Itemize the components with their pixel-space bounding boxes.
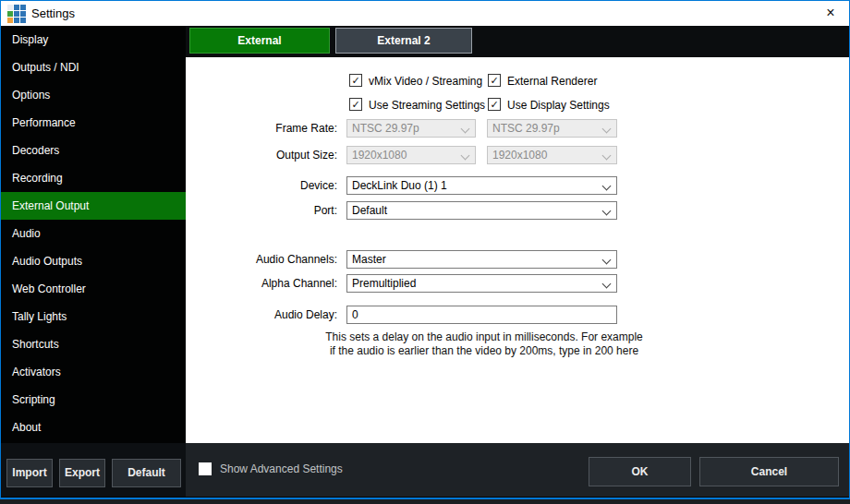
- alpha-channel-select[interactable]: Premultiplied: [346, 274, 617, 293]
- audio-delay-label: Audio Delay:: [186, 306, 337, 324]
- ok-button[interactable]: OK: [589, 457, 691, 486]
- chevron-down-icon: [602, 256, 612, 265]
- sidebar-item-performance[interactable]: Performance: [1, 109, 186, 137]
- settings-window: Settings × Display Outputs / NDI Options…: [0, 0, 850, 499]
- frame-rate-label: Frame Rate:: [186, 119, 337, 138]
- vmix-video-streaming-checkbox[interactable]: ✓: [349, 74, 362, 87]
- port-label: Port:: [186, 201, 337, 220]
- sidebar-item-about[interactable]: About: [1, 414, 186, 441]
- device-label: Device:: [186, 176, 337, 195]
- chevron-down-icon: [602, 151, 612, 161]
- chevron-down-icon: [602, 125, 612, 134]
- use-display-settings-checkbox[interactable]: ✓: [488, 98, 501, 111]
- sidebar-item-recording[interactable]: Recording: [1, 164, 186, 192]
- vmix-video-streaming-label: vMix Video / Streaming: [369, 75, 482, 88]
- chevron-down-icon: [602, 280, 612, 289]
- sidebar-item-activators[interactable]: Activators: [1, 358, 186, 386]
- use-streaming-settings-checkbox[interactable]: ✓: [349, 98, 362, 111]
- chevron-down-icon: [461, 151, 470, 161]
- audio-channels-select[interactable]: Master: [346, 250, 617, 269]
- output-size-select-1[interactable]: 1920x1080: [346, 146, 476, 164]
- audio-channels-value: Master: [352, 253, 386, 266]
- tab-external[interactable]: External: [189, 28, 330, 54]
- sidebar-item-tally-lights[interactable]: Tally Lights: [1, 303, 186, 330]
- alpha-channel-value: Premultiplied: [352, 277, 416, 290]
- sidebar-item-display[interactable]: Display: [1, 26, 186, 54]
- title-bar: Settings ×: [1, 1, 849, 26]
- use-streaming-settings-label: Use Streaming Settings: [369, 99, 485, 112]
- frame-rate-select-1[interactable]: NTSC 29.97p: [346, 119, 476, 138]
- frame-rate-select-2[interactable]: NTSC 29.97p: [487, 119, 617, 138]
- sidebar-item-decoders[interactable]: Decoders: [1, 137, 186, 164]
- chevron-down-icon: [602, 182, 612, 191]
- device-select[interactable]: DeckLink Duo (1) 1: [346, 176, 617, 195]
- sidebar-item-audio[interactable]: Audio: [1, 220, 186, 247]
- tab-strip: External External 2: [186, 26, 849, 57]
- show-advanced-settings-label: Show Advanced Settings: [220, 462, 343, 475]
- port-select[interactable]: Default: [346, 201, 617, 220]
- frame-rate-value-2: NTSC 29.97p: [492, 122, 560, 135]
- chevron-down-icon: [602, 207, 612, 216]
- alpha-channel-label: Alpha Channel:: [186, 274, 337, 293]
- external-renderer-label: External Renderer: [507, 75, 597, 88]
- port-value: Default: [352, 204, 387, 217]
- output-size-label: Output Size:: [186, 146, 337, 164]
- sidebar-item-shortcuts[interactable]: Shortcuts: [1, 330, 186, 358]
- sidebar-item-audio-outputs[interactable]: Audio Outputs: [1, 247, 186, 275]
- audio-delay-help-text: This sets a delay on the audio input in …: [324, 330, 644, 358]
- sidebar-item-options[interactable]: Options: [1, 81, 186, 109]
- external-renderer-checkbox[interactable]: ✓: [488, 74, 501, 87]
- import-button[interactable]: Import: [6, 459, 53, 487]
- sidebar-item-web-controller[interactable]: Web Controller: [1, 275, 186, 303]
- checkmark-icon: ✓: [351, 75, 359, 86]
- checkmark-icon: ✓: [490, 99, 498, 110]
- external-output-panel: ✓ vMix Video / Streaming ✓ External Rend…: [186, 57, 849, 443]
- audio-channels-label: Audio Channels:: [186, 250, 337, 269]
- vmix-logo-icon: [7, 5, 26, 23]
- tab-external-2[interactable]: External 2: [335, 28, 472, 54]
- output-size-value-1: 1920x1080: [352, 149, 407, 162]
- window-title: Settings: [31, 6, 75, 20]
- settings-sidebar: Display Outputs / NDI Options Performanc…: [1, 26, 186, 443]
- checkmark-icon: ✓: [351, 99, 359, 110]
- close-icon[interactable]: ×: [816, 1, 845, 26]
- chevron-down-icon: [461, 125, 470, 134]
- default-button[interactable]: Default: [112, 459, 181, 487]
- cancel-button[interactable]: Cancel: [699, 457, 839, 486]
- use-display-settings-label: Use Display Settings: [507, 99, 610, 112]
- device-value: DeckLink Duo (1) 1: [352, 179, 447, 192]
- footer-left-section: Import Export Default: [1, 443, 186, 497]
- output-size-select-2[interactable]: 1920x1080: [487, 146, 617, 164]
- frame-rate-value-1: NTSC 29.97p: [352, 122, 419, 135]
- footer-bar: Import Export Default Show Advanced Sett…: [1, 443, 849, 497]
- export-button[interactable]: Export: [59, 459, 105, 487]
- audio-delay-input[interactable]: [346, 306, 617, 324]
- output-size-value-2: 1920x1080: [492, 149, 547, 162]
- sidebar-item-scripting[interactable]: Scripting: [1, 386, 186, 414]
- sidebar-item-outputs-ndi[interactable]: Outputs / NDI: [1, 54, 186, 81]
- checkmark-icon: ✓: [490, 75, 498, 86]
- sidebar-item-external-output[interactable]: External Output: [1, 192, 186, 220]
- show-advanced-settings-checkbox[interactable]: [199, 462, 212, 475]
